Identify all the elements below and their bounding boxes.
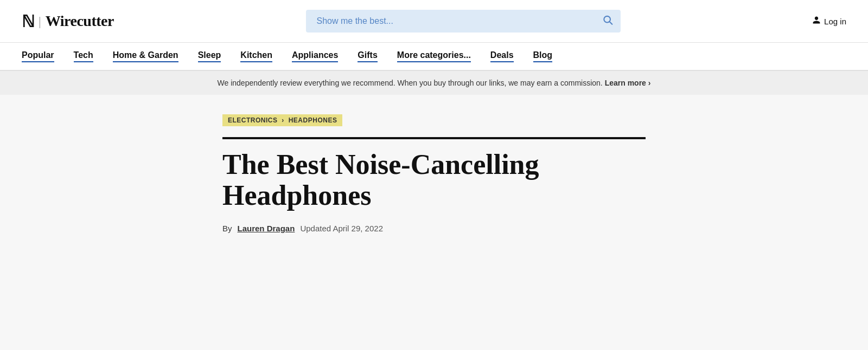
nav-item-home-garden[interactable]: Home & Garden [113, 50, 178, 62]
search-area [306, 10, 621, 33]
nav-item-popular[interactable]: Popular [22, 50, 54, 62]
nav-item-kitchen[interactable]: Kitchen [240, 50, 272, 62]
user-icon [812, 16, 821, 27]
nav-item-blog[interactable]: Blog [533, 50, 553, 62]
logo-area: ℕ | Wirecutter [22, 12, 114, 31]
disclaimer-text: We independently review everything we re… [218, 79, 603, 87]
nav-item-tech[interactable]: Tech [74, 50, 93, 62]
breadcrumb-separator: › [282, 116, 284, 124]
nav-item-deals[interactable]: Deals [490, 50, 514, 62]
learn-more-link[interactable]: Learn more › [605, 79, 651, 87]
login-area[interactable]: Log in [812, 16, 846, 27]
search-icon[interactable] [602, 15, 613, 28]
site-header: ℕ | Wirecutter Log in [0, 0, 868, 43]
main-nav: Popular Tech Home & Garden Sleep Kitchen… [0, 43, 868, 71]
logo-pipe: | [39, 14, 41, 29]
article-title: The Best Noise-Cancelling Headphones [222, 149, 646, 211]
site-name: Wirecutter [46, 12, 114, 30]
article-byline: By Lauren Dragan Updated April 29, 2022 [222, 224, 646, 233]
svg-line-1 [609, 22, 612, 24]
disclaimer-banner: We independently review everything we re… [0, 71, 868, 95]
breadcrumb-subcategory[interactable]: HEADPHONES [289, 116, 337, 124]
nav-item-appliances[interactable]: Appliances [292, 50, 338, 62]
nyt-logo: ℕ [22, 12, 34, 31]
nav-item-sleep[interactable]: Sleep [198, 50, 221, 62]
login-label: Log in [824, 17, 846, 26]
search-input[interactable] [306, 10, 621, 33]
nav-item-more-categories[interactable]: More categories... [397, 50, 471, 62]
breadcrumb: ELECTRONICS › HEADPHONES [222, 114, 342, 126]
byline-by-text: By [222, 224, 232, 233]
main-content: ELECTRONICS › HEADPHONES The Best Noise-… [201, 95, 667, 268]
nav-item-gifts[interactable]: Gifts [358, 50, 377, 62]
article-header: The Best Noise-Cancelling Headphones By … [222, 137, 646, 233]
byline-author[interactable]: Lauren Dragan [238, 224, 295, 233]
breadcrumb-category[interactable]: ELECTRONICS [228, 116, 278, 124]
byline-date: Updated April 29, 2022 [300, 224, 383, 233]
